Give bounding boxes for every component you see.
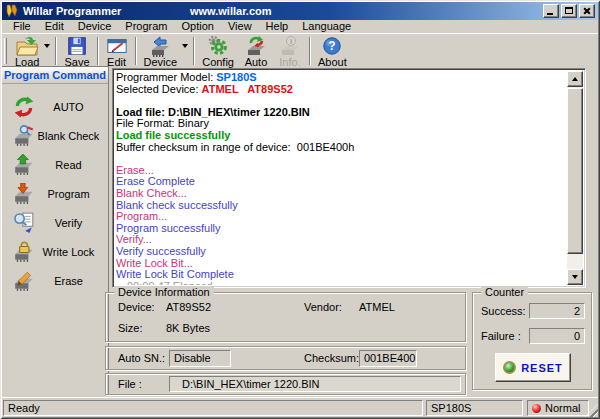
counter-title: Counter: [481, 286, 528, 298]
read-icon: [13, 154, 35, 176]
program-command-panel: Program Command AUTO: [2, 66, 109, 395]
log-output[interactable]: Programmer Model: SP180SSelected Device:…: [116, 72, 567, 285]
failure-count-field[interactable]: 0: [529, 328, 585, 344]
toolbar-button-label: Auto: [245, 57, 268, 68]
status-message: Ready: [3, 400, 423, 416]
title-bar[interactable]: Willar Programmer www.willar.com: [2, 2, 598, 20]
edit-button[interactable]: Edit: [101, 35, 133, 68]
file-panel: File : D:\BIN_HEX\timer 1220.BIN: [105, 373, 466, 395]
success-count-field[interactable]: 2: [529, 303, 585, 319]
sidebar-item-write-lock[interactable]: Write Lock: [2, 238, 108, 266]
sidebar-item-label: Read: [35, 159, 102, 171]
menu-bar: File Edit Device Program Option View Hel…: [2, 20, 598, 33]
minimize-button[interactable]: [543, 4, 559, 18]
config-button[interactable]: Config: [197, 35, 239, 68]
device-dropdown-arrow[interactable]: [182, 44, 188, 48]
status-bar: Ready SP180S Normal: [2, 397, 598, 417]
log-line: Program successfully: [116, 223, 567, 235]
toolbar-grip[interactable]: [4, 38, 7, 64]
checksum-label: Checksum:: [304, 352, 359, 364]
status-model: SP180S: [426, 400, 523, 416]
device-button[interactable]: Device: [139, 35, 192, 68]
menu-edit[interactable]: Edit: [38, 20, 71, 33]
edit-window-icon: [106, 36, 128, 56]
menu-device[interactable]: Device: [71, 20, 119, 33]
menu-file[interactable]: File: [6, 20, 38, 33]
status-led-icon: [532, 404, 541, 413]
log-scrollbar[interactable]: [567, 71, 583, 285]
info-button: i Info.: [273, 35, 307, 68]
svg-text:?: ?: [329, 39, 336, 53]
menu-option[interactable]: Option: [175, 20, 221, 33]
checksum-field[interactable]: 001BE400: [359, 350, 417, 367]
reset-button[interactable]: RESET: [495, 353, 571, 382]
auto-chip-icon: [244, 36, 268, 56]
about-button[interactable]: ? About: [313, 35, 352, 68]
scroll-up-icon: [572, 77, 578, 81]
toolbar-separator: [55, 37, 57, 65]
program-command-header: Program Command: [2, 67, 108, 84]
load-dropdown-arrow[interactable]: [44, 44, 50, 48]
menu-program[interactable]: Program: [118, 20, 174, 33]
size-value: 8K Bytes: [166, 322, 210, 334]
menu-help[interactable]: Help: [259, 20, 296, 33]
svg-text:i: i: [290, 37, 292, 46]
sidebar-item-auto[interactable]: AUTO: [2, 93, 108, 121]
window-title: Willar Programmer: [23, 5, 121, 17]
sidebar-item-program[interactable]: Program: [2, 180, 108, 208]
scroll-down-button[interactable]: [567, 269, 583, 285]
title-url: www.willar.com: [190, 5, 272, 17]
file-label: File :: [118, 378, 142, 390]
log-line: Blank check successfully: [116, 200, 567, 212]
reset-led-icon: [503, 361, 516, 374]
app-logo-icon: [5, 4, 19, 18]
program-icon: [13, 183, 35, 205]
menu-language[interactable]: Language: [295, 20, 358, 33]
save-button[interactable]: Save: [59, 35, 94, 68]
toolbar-button-label: Config: [202, 57, 234, 68]
sidebar-item-label: Write Lock: [35, 246, 102, 258]
sidebar-item-label: Blank Check: [35, 130, 102, 142]
scrollbar-thumb[interactable]: [567, 88, 583, 254]
close-button[interactable]: [579, 4, 595, 18]
toolbar-button-label: About: [318, 57, 347, 68]
about-question-icon: ?: [321, 36, 343, 56]
menu-view[interactable]: View: [221, 20, 259, 33]
auto-button[interactable]: Auto: [239, 35, 273, 68]
config-gear-icon: [207, 36, 229, 56]
counter-panel: Counter Success: 2 Failure : 0 RESET: [472, 292, 592, 390]
sidebar-item-label: Program: [35, 188, 102, 200]
load-button[interactable]: Load: [10, 35, 53, 68]
log-area: Programmer Model: SP180SSelected Device:…: [112, 68, 586, 288]
verify-icon: [13, 212, 35, 234]
sidebar-item-read[interactable]: Read: [2, 151, 108, 179]
save-floppy-icon: [66, 36, 88, 56]
toolbar-separator: [97, 37, 99, 65]
erase-icon: [13, 270, 35, 292]
minimize-icon: [547, 13, 553, 15]
sidebar-item-label: Verify: [35, 217, 102, 229]
auto-sn-field[interactable]: Disable: [169, 350, 231, 367]
auto-recycle-icon: [13, 96, 35, 118]
load-folder-icon: [15, 36, 39, 56]
file-field[interactable]: D:\BIN_HEX\timer 1220.BIN: [169, 376, 461, 392]
vendor-value: ATMEL: [359, 301, 395, 313]
device-chip-icon: [148, 36, 172, 56]
toolbar-separator: [309, 37, 311, 65]
scroll-down-icon: [572, 275, 578, 279]
scroll-up-button[interactable]: [567, 71, 583, 87]
vendor-label: Vendor:: [304, 301, 342, 313]
sidebar-item-erase[interactable]: Erase: [2, 267, 108, 295]
sidebar-item-blank-check[interactable]: Blank Check: [2, 122, 108, 150]
toolbar-separator: [193, 37, 195, 65]
maximize-icon: [565, 7, 573, 14]
log-line: [116, 153, 567, 165]
maximize-button[interactable]: [561, 4, 577, 18]
sidebar-item-verify[interactable]: Verify: [2, 209, 108, 237]
device-value: AT89S52: [166, 301, 211, 313]
device-information-panel: Device Information Device: AT89S52 Vendo…: [105, 292, 466, 342]
sidebar-item-label: AUTO: [35, 101, 102, 113]
reset-button-label: RESET: [521, 362, 563, 374]
toolbar-button-label: Device: [144, 57, 178, 68]
blank-check-icon: [13, 125, 35, 147]
